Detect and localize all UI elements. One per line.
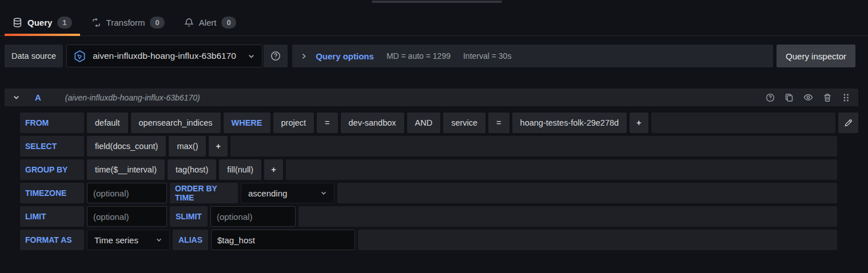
query-datasource-hint: (aiven-influxdb-hoang-influx-63b6170) (65, 93, 200, 102)
limit-label: LIMIT (20, 206, 84, 227)
influxdb-logo-icon (73, 49, 87, 63)
where-key2-segment[interactable]: service (443, 113, 485, 133)
group-by-row-filler (286, 159, 837, 180)
pencil-icon (844, 118, 853, 127)
select-row: SELECT field(docs_count) max() + (20, 136, 837, 156)
tab-transform-count-badge: 0 (150, 17, 164, 29)
query-ref-id: A (35, 93, 41, 102)
group-by-add-button[interactable]: + (264, 159, 282, 180)
group-by-time-segment[interactable]: time($__interval) (87, 159, 165, 180)
alias-input[interactable] (211, 230, 355, 250)
datasource-name: aiven-influxdb-hoang-influx-63b6170 (93, 51, 236, 61)
order-by-time-value: ascending (248, 188, 287, 198)
where-add-condition-button[interactable]: + (630, 113, 648, 133)
select-add-button[interactable]: + (209, 136, 227, 156)
where-value2-segment[interactable]: hoang-testes-folk-29e278d (512, 113, 627, 133)
tab-query-label: Query (27, 18, 52, 27)
query-actions (766, 93, 850, 102)
datasource-label: Data source (5, 45, 63, 67)
where-value-segment[interactable]: dev-sandbox (341, 113, 404, 133)
query-options-toggle[interactable]: Query options MD = auto = 1299 Interval … (292, 45, 773, 67)
where-join-operator-segment[interactable]: AND (407, 113, 441, 133)
where-keyword: WHERE (224, 113, 270, 133)
collapse-chevron-down-icon[interactable] (13, 94, 20, 101)
order-by-time-label: ORDER BY TIME (170, 183, 238, 203)
chevron-down-icon (156, 236, 162, 243)
where-operator2-segment[interactable]: = (488, 113, 509, 133)
panel-resize-handle[interactable] (372, 1, 502, 3)
limit-row-filler (298, 206, 837, 227)
editor-tabbar: Query 1 Transform 0 Alert 0 (0, 0, 868, 36)
chevron-down-icon (248, 53, 255, 60)
select-row-filler (230, 136, 837, 156)
chevron-down-icon (320, 190, 327, 196)
format-as-row: FORMAT AS Time series ALIAS (20, 230, 837, 250)
tab-transform-label: Transform (106, 18, 145, 27)
select-field-segment[interactable]: field(docs_count) (87, 136, 166, 156)
bell-icon (184, 18, 194, 27)
duplicate-query-icon[interactable] (785, 93, 794, 102)
group-by-label: GROUP BY (20, 159, 84, 180)
format-as-select[interactable]: Time series (87, 230, 170, 250)
format-as-value: Time series (94, 235, 138, 245)
query-row-header: A (aiven-influxdb-hoang-influx-63b6170) (5, 89, 858, 106)
group-by-fill-segment[interactable]: fill(null) (219, 159, 261, 180)
delete-query-trash-icon[interactable] (823, 93, 832, 102)
timezone-row: TIMEZONE ORDER BY TIME ascending (20, 183, 837, 203)
hide-query-eye-icon[interactable] (803, 93, 813, 102)
from-measurement-segment[interactable]: opensearch_indices (131, 113, 221, 133)
limit-input[interactable] (87, 206, 167, 227)
query-options-label: Query options (316, 51, 374, 61)
from-policy-segment[interactable]: default (87, 113, 128, 133)
timezone-input[interactable] (87, 183, 167, 203)
where-key-segment[interactable]: project (273, 113, 314, 133)
group-by-tag-segment[interactable]: tag(host) (168, 159, 216, 180)
drag-grip-icon[interactable] (842, 93, 850, 102)
where-operator-segment[interactable]: = (317, 113, 337, 133)
query-editor-body: FROM default opensearch_indices WHERE pr… (5, 106, 858, 263)
format-row-filler (358, 230, 837, 250)
query-inspector-button[interactable]: Query inspector (777, 45, 855, 67)
order-by-time-select[interactable]: ascending (241, 183, 335, 203)
tab-query[interactable]: Query 1 (5, 9, 80, 35)
datasource-help-button[interactable] (264, 45, 288, 67)
query-toolbar: Data source aiven-influxdb-hoang-influx-… (5, 45, 855, 67)
tab-transform[interactable]: Transform 0 (83, 9, 173, 35)
chevron-right-icon (300, 53, 308, 60)
toggle-raw-query-button[interactable] (838, 113, 858, 133)
question-circle-icon (270, 51, 281, 61)
transform-icon (91, 18, 101, 27)
tab-query-count-badge: 1 (57, 17, 71, 29)
tab-alert[interactable]: Alert 0 (176, 9, 244, 35)
slimit-label: SLIMIT (170, 206, 208, 227)
tab-alert-label: Alert (199, 18, 217, 27)
group-by-row: GROUP BY time($__interval) tag(host) fil… (20, 159, 837, 180)
timezone-label: TIMEZONE (20, 183, 84, 203)
database-icon (13, 18, 22, 27)
from-row: FROM default opensearch_indices WHERE pr… (20, 113, 858, 133)
select-label: SELECT (20, 136, 84, 156)
query-options-md: MD = auto = 1299 (387, 51, 451, 61)
slimit-input[interactable] (210, 206, 296, 227)
alias-label: ALIAS (173, 230, 208, 250)
query-help-icon[interactable] (766, 93, 775, 102)
query-editor-card: A (aiven-influxdb-hoang-influx-63b6170) (5, 89, 858, 263)
datasource-picker[interactable]: aiven-influxdb-hoang-influx-63b6170 (66, 45, 262, 67)
query-options-interval: Interval = 30s (463, 51, 511, 61)
select-aggregation-segment[interactable]: max() (169, 136, 206, 156)
tab-alert-count-badge: 0 (221, 17, 236, 29)
from-label: FROM (20, 113, 84, 133)
format-as-label: FORMAT AS (20, 230, 84, 250)
limit-row: LIMIT SLIMIT (20, 206, 837, 227)
timezone-row-filler (337, 183, 837, 203)
from-row-filler (651, 113, 835, 133)
